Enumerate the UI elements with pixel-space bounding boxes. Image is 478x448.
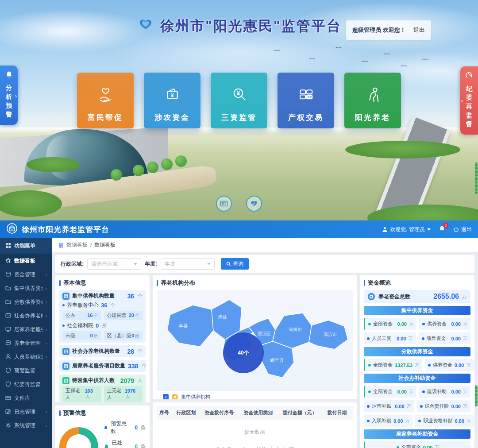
grid-icon <box>5 243 11 250</box>
folder-icon <box>5 299 11 306</box>
notification-badge: 0 <box>443 223 448 228</box>
chevron-right-icon: › <box>46 313 47 318</box>
dashboard-scrollbar-thumb[interactable] <box>475 385 478 406</box>
tile-三资监管[interactable]: ¥三资监管 <box>211 73 267 128</box>
sidebar-item-label: 纪委再监督 <box>14 381 47 388</box>
sidebar-item-label: 人员基础信息 <box>14 353 42 361</box>
bird-icon <box>308 54 316 62</box>
building-icon <box>62 377 69 384</box>
sidebar-item-label: 资金管理 <box>14 271 42 278</box>
hero-user-welcome: 超级管理员 欢迎您！ <box>352 26 406 34</box>
search-yuan-icon: ¥ <box>229 85 249 112</box>
tile-富民帮促[interactable]: 富民帮促 <box>77 73 134 128</box>
region-select[interactable]: 请选择区域 <box>87 258 141 270</box>
sidebar-item-养老金管理[interactable]: 养老金管理› <box>0 336 52 350</box>
fund-stat-全部资金: 全部资金0.00万 <box>364 318 416 330</box>
checkbox-checked-icon: ✓ <box>163 394 169 399</box>
sidebar-item-人员基础信息[interactable]: 人员基础信息› <box>0 350 52 364</box>
stat-chip-市级: 市级0所 <box>62 331 101 340</box>
search-icon <box>226 262 231 266</box>
sidebar-item-label: 养老金管理 <box>14 340 42 347</box>
fund-stat-供养资金: 供养资金0.00万 <box>425 359 474 371</box>
page-scrollbar-thumb[interactable] <box>475 162 478 194</box>
filter-bar: 行政区域: 请选择区域 年度: 年度 查询 <box>55 255 474 273</box>
basic-card-居家养老服务项目数量: 居家养老服务项目数量338个 <box>59 360 146 372</box>
breadcrumb: 数据看板 / 数据看板 <box>52 238 478 252</box>
fund-stat-人员工资: 人员工资0.00万 <box>364 332 416 344</box>
map-region[interactable] <box>167 305 213 347</box>
map-region-label: 邳州市 <box>289 327 302 332</box>
sidebar-item-预警监管[interactable]: 预警监管 <box>0 364 52 378</box>
table-header-资金拨付序号: 资金拨付序号 <box>202 406 241 420</box>
sidebar-item-分散供养资金[interactable]: 分散供养资金› <box>0 295 52 309</box>
search-button[interactable]: 查询 <box>221 258 249 270</box>
tile-label: 阳光养老 <box>355 112 390 123</box>
hero-logo-icon <box>136 16 155 36</box>
sidebar-item-居家养老服务项目[interactable]: 居家养老服务项目› <box>0 323 52 336</box>
tree <box>161 158 173 170</box>
chevron-right-icon: › <box>46 327 47 332</box>
far-shore-green <box>345 141 460 158</box>
map-layer-toggle-集中供养机构[interactable]: ✓集中供养机构 <box>163 394 353 399</box>
hero-logout-button[interactable]: 退出 <box>413 26 425 34</box>
tile-阳光养老[interactable]: 阳光养老 <box>344 73 401 128</box>
bird-icon <box>383 49 390 57</box>
chevron-right-icon: › <box>46 286 47 291</box>
user-menu[interactable]: 欢迎您, 管理员 <box>382 226 431 233</box>
sidebar-item-label: 日志管理 <box>14 408 42 416</box>
tree <box>111 169 122 181</box>
hero-user-box: 超级管理员 欢迎您！ 退出 <box>346 20 431 40</box>
basic-info-title: 基本信息 <box>63 279 86 287</box>
sidebar-item-文件库[interactable]: 文件库 <box>0 391 52 405</box>
tile-label: 三资监管 <box>221 112 257 123</box>
total-count: 共 0 条 <box>215 446 231 448</box>
map-region-label: 沛县 <box>218 314 227 319</box>
sidebar-item-数据看板[interactable]: 数据看板 <box>0 254 52 268</box>
basic-card-value: 36 <box>127 293 134 300</box>
table-header-拨付金额（元）: 拨付金额（元） <box>280 406 325 420</box>
goto-page-input[interactable] <box>271 445 285 448</box>
id-card-circle-button[interactable] <box>216 196 232 212</box>
breadcrumb-separator: / <box>90 242 92 248</box>
tile-涉农资金[interactable]: ¥涉农资金 <box>144 73 200 128</box>
care-heart-circle-button[interactable] <box>246 196 262 212</box>
pagination: 共 0 条 ‹ 1 › 前往 页 <box>157 442 353 448</box>
breadcrumb-root[interactable]: 数据看板 <box>66 241 88 249</box>
chevron-right-icon: › <box>46 409 47 414</box>
basic-card-unit: 个 <box>138 348 143 355</box>
map-region-label: 新沂市 <box>324 332 337 337</box>
dashboard-title: 徐州市阳光养老监管平台 <box>22 224 109 235</box>
sidebar-item-日志管理[interactable]: 日志管理› <box>0 405 52 419</box>
stat-chip-区（县）级: 区（县）级0所 <box>104 331 143 340</box>
heart-hand-icon <box>96 85 116 112</box>
logout-button[interactable]: 退出 <box>453 226 472 233</box>
year-select[interactable]: 年度 <box>161 258 215 270</box>
sidebar-item-集中供养资金[interactable]: 集中供养资金› <box>0 282 52 295</box>
bird-icon <box>335 43 342 51</box>
institution-map-panel: 养老机构分布 丰县沛县贾汪区邳州市新沂市睢宁县40个 ✓集中供养机构✓社会办养老… <box>153 275 357 399</box>
fund-section-header-集中供养资金: 集中供养资金 <box>364 306 470 315</box>
chevron-down-icon <box>427 228 431 231</box>
notifications-bell[interactable]: 0 <box>439 225 445 233</box>
chevron-right-icon: › <box>46 423 47 428</box>
chevron-down-icon <box>134 263 137 265</box>
power-icon <box>453 227 459 232</box>
svg-text:¥: ¥ <box>237 90 240 97</box>
total-funds-value: 2655.06 <box>433 293 459 301</box>
sidebar-item-资金管理[interactable]: 资金管理› <box>0 268 52 282</box>
goto-label: 前往 <box>256 446 267 448</box>
funds-overview-panel: 资金概览 养老资金总数 2655.06 万 集中供养资金全部资金0.00万供养资… <box>360 275 474 448</box>
fund-stat-入职补贴: 入职补贴0.00万 <box>364 415 412 427</box>
stat-chip-三无老人: 三无老人1976人 <box>104 386 143 402</box>
elder-icon <box>363 85 383 112</box>
sidebar-item-label: 文件库 <box>14 394 47 402</box>
sidebar-item-社会办养老机构[interactable]: 社会办养老机构› <box>0 309 52 323</box>
lawn <box>27 157 80 172</box>
basic-card-value: 338 <box>128 363 138 370</box>
goto-unit: 页 <box>289 446 294 448</box>
sidebar-item-系统管理[interactable]: 系统管理› <box>0 419 52 433</box>
bird-icon <box>361 57 368 65</box>
sidebar-item-纪委再监督[interactable]: 纪委再监督 <box>0 378 52 391</box>
hero-title: 徐州市"阳光惠民"监管平台 <box>160 17 341 35</box>
tile-产权交易[interactable]: 交易产权交易 <box>278 73 334 128</box>
